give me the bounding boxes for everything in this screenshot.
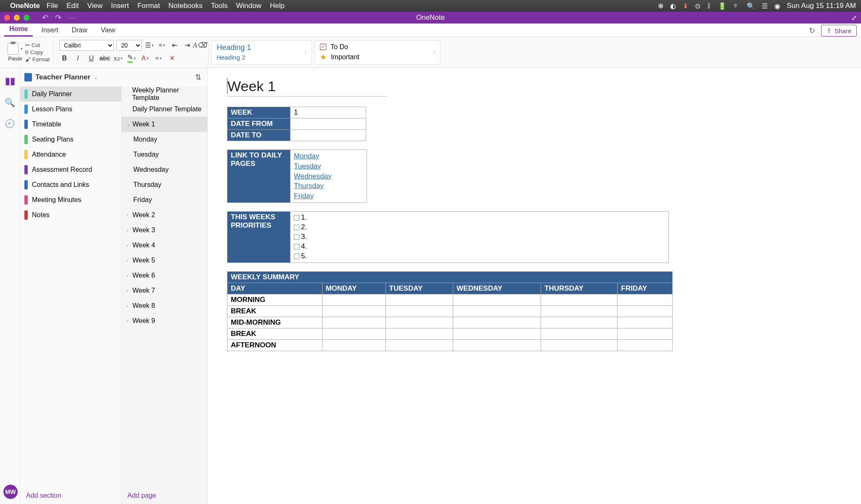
chevron-right-icon[interactable]: ›	[127, 228, 131, 233]
checkbox-icon[interactable]	[294, 225, 299, 230]
strike-button[interactable]: abc	[100, 53, 110, 63]
checkbox-icon[interactable]	[294, 234, 299, 240]
page-item[interactable]: ›Week 7	[121, 283, 207, 298]
summary-cell[interactable]	[453, 339, 541, 351]
daily-link[interactable]: Wednesday	[294, 171, 363, 181]
page-item[interactable]: ⌄Week 1	[121, 117, 207, 132]
status-icon[interactable]: ⬇	[683, 2, 688, 10]
section-item[interactable]: Lesson Plans	[20, 102, 121, 117]
summary-cell[interactable]	[541, 294, 618, 305]
clear-format-button[interactable]: A⌫	[195, 40, 205, 50]
summary-cell[interactable]	[618, 294, 673, 305]
menu-notebooks[interactable]: Notebooks	[168, 2, 202, 10]
highlight-button[interactable]: ✎▾	[127, 53, 137, 63]
menu-window[interactable]: Window	[236, 2, 261, 10]
maximize-button[interactable]	[24, 15, 29, 21]
section-item[interactable]: Assessment Record	[20, 162, 121, 177]
page-item[interactable]: ›Week 9	[121, 313, 207, 328]
summary-cell[interactable]	[618, 317, 673, 328]
bluetooth-icon[interactable]: ᛒ	[707, 2, 711, 10]
style-heading2[interactable]: Heading 2	[217, 54, 306, 61]
close-button[interactable]	[4, 15, 10, 21]
summary-cell[interactable]	[322, 317, 386, 328]
summary-cell[interactable]	[541, 328, 618, 339]
bold-button[interactable]: B	[59, 53, 69, 63]
summary-cell[interactable]	[618, 305, 673, 317]
underline-button[interactable]: U	[86, 53, 96, 63]
week-info-table[interactable]: WEEK1 DATE FROM DATE TO	[227, 107, 366, 141]
tags-gallery[interactable]: ✓To Do ★Important 〉	[314, 40, 441, 65]
menu-tools[interactable]: Tools	[211, 2, 228, 10]
status-icon[interactable]: ⊙	[695, 2, 700, 10]
page-item[interactable]: ›Week 3	[121, 223, 207, 238]
summary-cell[interactable]	[453, 305, 541, 317]
summary-cell[interactable]	[453, 328, 541, 339]
font-size-select[interactable]: 20	[116, 40, 142, 51]
summary-cell[interactable]	[618, 328, 673, 339]
checkbox-icon[interactable]	[294, 215, 299, 220]
menu-file[interactable]: File	[47, 2, 58, 10]
siri-icon[interactable]: ◉	[774, 2, 780, 10]
menu-format[interactable]: Format	[137, 2, 160, 10]
more-button[interactable]: ⋯	[68, 13, 76, 22]
section-item[interactable]: Contacts and Links	[20, 177, 121, 192]
sort-button[interactable]: ⇅	[195, 73, 201, 82]
summary-cell[interactable]	[386, 294, 453, 305]
control-center-icon[interactable]: ☰	[762, 2, 768, 10]
fullscreen-icon[interactable]: ⤢	[851, 14, 857, 22]
summary-cell[interactable]	[322, 305, 386, 317]
page-item[interactable]: Friday	[121, 192, 207, 207]
page-item[interactable]: ›Week 5	[121, 253, 207, 268]
section-item[interactable]: Daily Planner	[20, 87, 121, 102]
delete-button[interactable]: ✕	[167, 53, 177, 63]
note-canvas[interactable]: Week 1 WEEK1 DATE FROM DATE TO LINK TO D…	[208, 68, 861, 504]
redo-button[interactable]: ↷	[55, 13, 61, 22]
checkbox-icon[interactable]	[294, 244, 299, 249]
section-item[interactable]: Timetable	[20, 117, 121, 132]
summary-cell[interactable]	[386, 328, 453, 339]
italic-button[interactable]: I	[73, 53, 83, 63]
page-item[interactable]: ›Week 8	[121, 298, 207, 313]
page-item[interactable]: ›Week 6	[121, 268, 207, 283]
font-color-button[interactable]: A▾	[140, 53, 150, 63]
tab-home[interactable]: Home	[4, 23, 33, 37]
section-item[interactable]: Seating Plans	[20, 132, 121, 147]
align-button[interactable]: ≡▾	[153, 53, 164, 63]
share-button[interactable]: ⇪ Share	[821, 25, 857, 37]
battery-icon[interactable]: 🔋	[718, 2, 726, 10]
page-item[interactable]: Tuesday	[121, 147, 207, 162]
section-item[interactable]: Attendance	[20, 147, 121, 162]
daily-link[interactable]: Monday	[294, 151, 363, 161]
summary-cell[interactable]	[541, 305, 618, 317]
section-item[interactable]: Notes	[20, 207, 121, 223]
app-name[interactable]: OneNote	[10, 2, 40, 10]
undo-button[interactable]: ↶	[42, 13, 48, 22]
spotlight-icon[interactable]: 🔍	[747, 2, 755, 10]
chevron-right-icon[interactable]: ›	[127, 258, 131, 263]
add-page-button[interactable]: Add page	[121, 487, 207, 504]
chevron-right-icon[interactable]: ›	[127, 273, 131, 278]
summary-cell[interactable]	[386, 339, 453, 351]
summary-cell[interactable]	[386, 305, 453, 317]
checkbox-icon[interactable]	[294, 254, 299, 259]
menu-help[interactable]: Help	[270, 2, 285, 10]
tab-view[interactable]: View	[96, 24, 120, 37]
page-item[interactable]: Monday	[121, 132, 207, 147]
numbering-button[interactable]: ≡▾	[157, 40, 167, 50]
summary-cell[interactable]	[618, 339, 673, 351]
page-item[interactable]: Wednesday	[121, 162, 207, 177]
indent-button[interactable]: ⇥	[182, 40, 192, 50]
status-icon[interactable]: ✻	[658, 2, 663, 10]
format-painter-button[interactable]: 🖌Format	[25, 56, 50, 63]
status-icon[interactable]: ◐	[670, 2, 676, 10]
page-item[interactable]: ›Week 2	[121, 207, 207, 223]
chevron-down-icon[interactable]: ⌄	[127, 122, 131, 127]
menu-view[interactable]: View	[87, 2, 103, 10]
page-item[interactable]: Daily Planner Template	[121, 102, 207, 117]
wifi-icon[interactable]: ᯤ	[733, 2, 740, 10]
styles-gallery[interactable]: Heading 1 Heading 2 〉	[211, 40, 312, 65]
style-heading1[interactable]: Heading 1	[217, 43, 306, 52]
tag-todo[interactable]: ✓To Do	[320, 43, 435, 51]
notebooks-icon[interactable]: ▮▮	[5, 76, 15, 87]
summary-cell[interactable]	[541, 317, 618, 328]
